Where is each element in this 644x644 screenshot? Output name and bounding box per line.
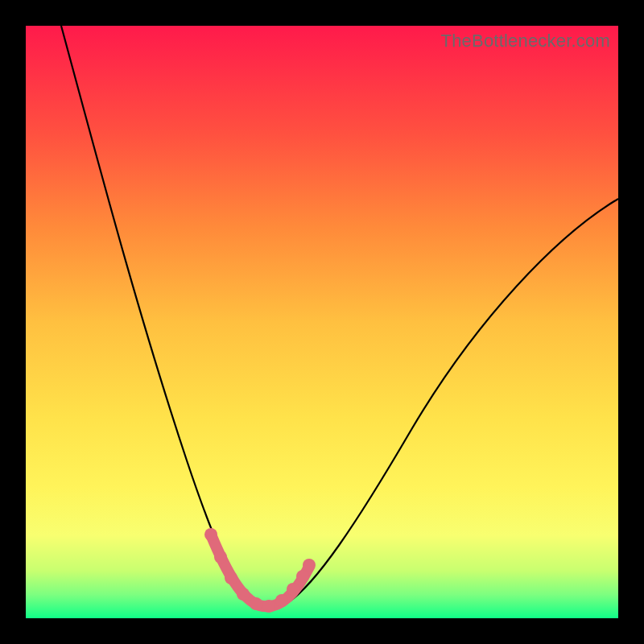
optimal-dot (204, 528, 217, 541)
optimal-range-path (211, 535, 309, 606)
optimal-dot (225, 572, 237, 584)
optimal-dot (287, 583, 299, 596)
optimal-dot (296, 570, 309, 583)
curve-layer (26, 26, 618, 618)
optimal-range-highlight (204, 528, 316, 613)
bottleneck-curve (61, 26, 618, 608)
optimal-dot (303, 559, 316, 572)
chart-frame: TheBottlenecker.com (0, 0, 644, 644)
optimal-dot (214, 551, 227, 564)
optimal-dot (250, 597, 262, 610)
optimal-dot (237, 588, 250, 601)
optimal-dot (262, 600, 275, 613)
plot-area: TheBottlenecker.com (26, 26, 618, 618)
optimal-dot (275, 594, 288, 607)
